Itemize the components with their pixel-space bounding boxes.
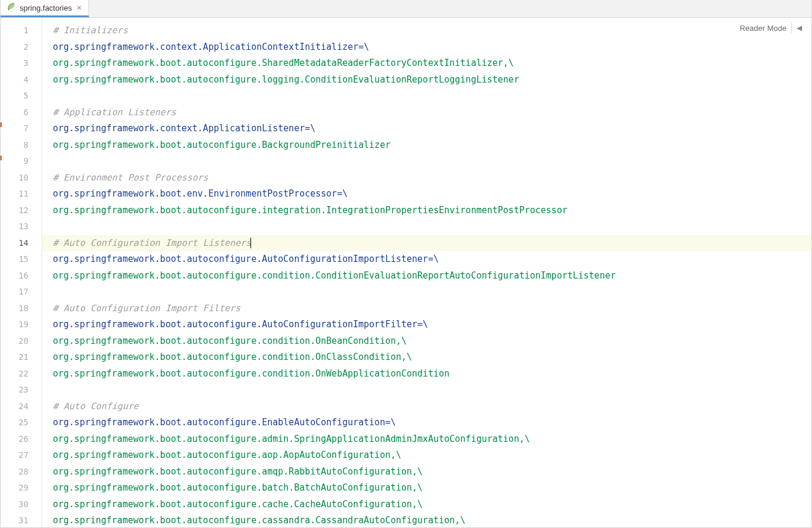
code-line[interactable]: org.springframework.context.ApplicationC… (53, 39, 811, 56)
code-line[interactable]: org.springframework.boot.autoconfigure.i… (53, 203, 811, 219)
breakpoint-marker[interactable] (0, 156, 2, 160)
tab-label: spring.factories (20, 4, 72, 12)
code-token-comment: # Environment Post Processors (53, 172, 208, 183)
code-line[interactable]: org.springframework.boot.autoconfigure.B… (53, 137, 811, 154)
tab-bar: spring.factories × (1, 0, 811, 18)
code-line[interactable]: org.springframework.boot.autoconfigure.S… (53, 55, 811, 72)
line-number[interactable]: 1 (1, 23, 42, 39)
line-number[interactable]: 27 (1, 447, 42, 464)
line-number[interactable]: 16 (1, 268, 42, 284)
line-number[interactable]: 7 (1, 121, 42, 137)
code-line[interactable]: org.springframework.boot.autoconfigure.b… (53, 480, 811, 497)
code-line[interactable]: org.springframework.boot.autoconfigure.a… (53, 464, 811, 480)
code-token-key: org.springframework.boot.autoconfigure.A… (53, 319, 428, 330)
code-line[interactable] (53, 153, 811, 170)
line-number[interactable]: 18 (1, 301, 42, 317)
line-number[interactable]: 5 (1, 88, 42, 105)
line-number[interactable]: 13 (1, 219, 42, 235)
toolbar-divider (791, 23, 792, 33)
code-line[interactable] (53, 88, 811, 105)
code-line[interactable]: # Environment Post Processors (53, 170, 811, 186)
code-token-value: org.springframework.boot.autoconfigure.c… (53, 515, 465, 526)
spring-leaf-icon (7, 2, 16, 14)
chevron-left-icon[interactable]: ◀ (797, 24, 802, 32)
code-line[interactable]: org.springframework.context.ApplicationL… (53, 121, 811, 137)
line-number[interactable]: 14 (1, 235, 42, 252)
line-number[interactable]: 8 (1, 137, 42, 154)
line-number[interactable]: 22 (1, 366, 42, 382)
code-token-value: org.springframework.boot.autoconfigure.a… (53, 450, 401, 460)
line-number-gutter[interactable]: 1234567891011121314151617181920212223242… (1, 18, 42, 527)
line-number[interactable]: 6 (1, 105, 42, 121)
code-line[interactable]: # Application Listeners (53, 105, 811, 121)
code-editor-area[interactable]: # Initializersorg.springframework.contex… (42, 18, 811, 527)
code-line[interactable]: org.springframework.boot.autoconfigure.l… (53, 72, 811, 88)
code-line[interactable]: org.springframework.boot.autoconfigure.E… (53, 415, 811, 431)
code-line[interactable]: org.springframework.boot.autoconfigure.A… (53, 251, 811, 268)
code-line[interactable]: org.springframework.boot.autoconfigure.a… (53, 431, 811, 448)
line-number[interactable]: 9 (1, 153, 42, 170)
code-line[interactable]: org.springframework.boot.autoconfigure.A… (53, 317, 811, 333)
code-token-value: org.springframework.boot.autoconfigure.c… (53, 270, 616, 281)
code-token-value: org.springframework.boot.autoconfigure.a… (53, 434, 530, 444)
line-number[interactable]: 25 (1, 415, 42, 431)
line-number[interactable]: 2 (1, 39, 42, 56)
breakpoint-marker[interactable] (0, 122, 2, 127)
code-line[interactable]: org.springframework.boot.autoconfigure.c… (53, 513, 811, 527)
svg-point-0 (8, 8, 9, 10)
code-line[interactable]: org.springframework.boot.autoconfigure.c… (53, 268, 811, 284)
code-token-comment: # Auto Configuration Import Filters (53, 303, 240, 314)
reader-mode-toolbar: Reader Mode ◀ (740, 23, 802, 33)
code-token-comment: # Auto Configure (53, 401, 139, 412)
code-line[interactable]: org.springframework.boot.autoconfigure.c… (53, 349, 811, 366)
code-line[interactable]: # Auto Configure (53, 399, 811, 415)
line-number[interactable]: 10 (1, 170, 42, 186)
line-number[interactable]: 23 (1, 382, 42, 399)
code-token-key: org.springframework.context.ApplicationL… (53, 123, 316, 134)
text-cursor (250, 238, 251, 248)
code-token-value: org.springframework.boot.autoconfigure.c… (53, 336, 407, 346)
code-line[interactable]: org.springframework.boot.autoconfigure.c… (53, 366, 811, 382)
code-line[interactable]: org.springframework.boot.autoconfigure.c… (53, 333, 811, 350)
line-number[interactable]: 30 (1, 497, 42, 513)
line-number[interactable]: 29 (1, 480, 42, 497)
line-number[interactable]: 3 (1, 55, 42, 72)
code-token-key: org.springframework.boot.autoconfigure.A… (53, 254, 439, 264)
line-number[interactable]: 24 (1, 399, 42, 415)
line-number[interactable]: 20 (1, 333, 42, 350)
code-line[interactable]: # Auto Configuration Import Listeners (42, 235, 811, 252)
line-number[interactable]: 11 (1, 186, 42, 203)
code-line[interactable]: org.springframework.boot.autoconfigure.a… (53, 447, 811, 464)
line-number[interactable]: 28 (1, 464, 42, 480)
code-token-key: org.springframework.boot.autoconfigure.E… (53, 417, 396, 428)
code-token-value: org.springframework.boot.autoconfigure.l… (53, 74, 519, 85)
code-token-key: org.springframework.context.ApplicationC… (53, 42, 369, 52)
code-token-value: org.springframework.boot.autoconfigure.c… (53, 499, 423, 510)
line-number[interactable]: 4 (1, 72, 42, 88)
code-token-value: org.springframework.boot.autoconfigure.S… (53, 58, 514, 68)
editor-window: spring.factories × Reader Mode ◀ 1234567… (0, 0, 812, 528)
code-line[interactable]: # Auto Configuration Import Filters (53, 301, 811, 317)
code-token-value: org.springframework.boot.autoconfigure.c… (53, 368, 449, 379)
code-token-value: org.springframework.boot.autoconfigure.b… (53, 482, 423, 493)
code-line[interactable]: org.springframework.boot.env.Environment… (53, 186, 811, 203)
line-number[interactable]: 12 (1, 203, 42, 219)
reader-mode-label[interactable]: Reader Mode (740, 24, 786, 33)
line-number[interactable]: 26 (1, 431, 42, 448)
code-token-comment: # Application Listeners (53, 107, 176, 118)
line-number[interactable]: 31 (1, 513, 42, 527)
line-number[interactable]: 21 (1, 349, 42, 366)
code-line[interactable] (53, 219, 811, 235)
line-number[interactable]: 15 (1, 251, 42, 268)
code-line[interactable]: # Initializers (53, 23, 811, 39)
code-token-key: org.springframework.boot.env.Environment… (53, 188, 348, 199)
code-line[interactable] (53, 382, 811, 399)
close-icon[interactable]: × (75, 3, 83, 12)
line-number[interactable]: 19 (1, 317, 42, 333)
file-tab[interactable]: spring.factories × (1, 0, 89, 17)
line-number[interactable]: 17 (1, 284, 42, 301)
code-line[interactable] (53, 284, 811, 301)
code-line[interactable]: org.springframework.boot.autoconfigure.c… (53, 497, 811, 513)
code-token-comment: # Auto Configuration Import Listeners (53, 238, 251, 248)
code-token-value: org.springframework.boot.autoconfigure.a… (53, 466, 423, 477)
